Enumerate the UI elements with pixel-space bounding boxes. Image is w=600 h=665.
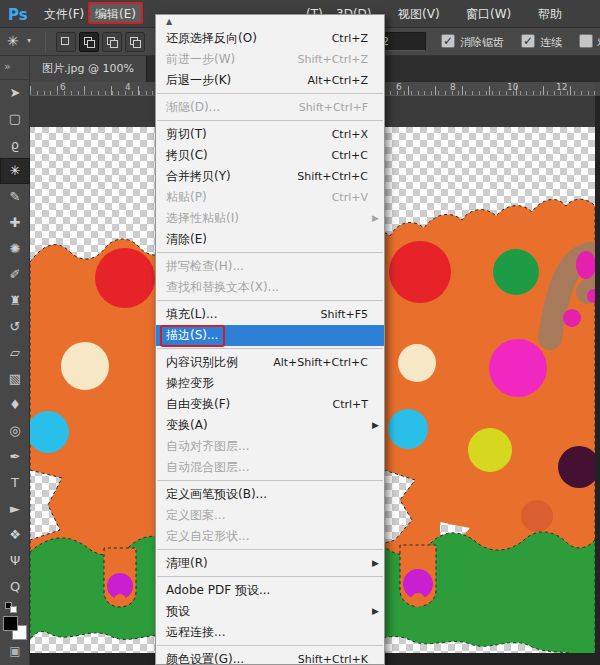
- menu-item-label: 自由变换(F): [166, 396, 230, 413]
- lasso-tool[interactable]: ϱ: [0, 132, 30, 158]
- menu-item-label: 颜色设置(G)...: [166, 651, 244, 665]
- collapse-panel-icon[interactable]: »: [0, 56, 29, 80]
- edit-menu-item[interactable]: 操控变形: [156, 373, 384, 394]
- menu-item-label: 拷贝(C): [166, 147, 208, 164]
- marquee-tool[interactable]: ▢: [0, 106, 30, 132]
- edit-menu-item[interactable]: Adobe PDF 预设...: [156, 580, 384, 601]
- healing-brush-tool[interactable]: ✚: [0, 210, 30, 236]
- edit-menu-item[interactable]: 定义图案...: [156, 505, 384, 526]
- edit-menu-item[interactable]: 远程连接...: [156, 622, 384, 643]
- submenu-arrow-icon: ▶: [372, 420, 379, 430]
- menu-item-label: 填充(L)...: [166, 306, 218, 323]
- add-to-selection-button[interactable]: [79, 32, 99, 52]
- menu-item-shortcut: Shift+F5: [320, 308, 368, 321]
- eraser-tool[interactable]: ▱: [0, 340, 30, 366]
- menu-item-shortcut: Shift+Ctrl+C: [297, 170, 368, 183]
- edit-menu-item[interactable]: 定义自定形状...: [156, 526, 384, 547]
- menubar-item-help[interactable]: 帮助: [538, 0, 562, 28]
- magic-wand-preset-icon[interactable]: ✳: [7, 33, 19, 49]
- history-brush-tool[interactable]: ↺: [0, 314, 30, 340]
- edit-menu-item[interactable]: 预设 ▶: [156, 601, 384, 622]
- menu-item-shortcut: Alt+Shift+Ctrl+C: [273, 356, 368, 369]
- menubar-item-window[interactable]: 窗口(W): [466, 0, 511, 28]
- menubar-item-edit[interactable]: 编辑(E): [88, 2, 143, 24]
- dodge-tool[interactable]: ◎: [0, 418, 30, 444]
- type-tool[interactable]: T: [0, 470, 30, 496]
- default-colors-icon[interactable]: [5, 602, 29, 614]
- menu-item-label: 渐隐(D)...: [166, 99, 220, 116]
- menu-item-shortcut: Ctrl+X: [332, 128, 368, 141]
- subtract-from-selection-button[interactable]: [102, 32, 122, 52]
- menu-item-label: Adobe PDF 预设...: [166, 582, 270, 599]
- menu-item-label: 定义图案...: [166, 507, 225, 524]
- edit-menu-panel: ▲ 还原选择反向(O) Ctrl+Z 前进一步(W) Shift+Ctrl+Z …: [155, 14, 385, 665]
- menu-item-label: 定义画笔预设(B)...: [166, 486, 267, 503]
- edit-menu-item[interactable]: 拷贝(C) Ctrl+C: [156, 145, 384, 166]
- edit-menu-item[interactable]: 内容识别比例 Alt+Shift+Ctrl+C: [156, 352, 384, 373]
- menu-item-shortcut: Shift+Ctrl+Z: [297, 53, 368, 66]
- foreground-color-swatch[interactable]: [3, 616, 18, 631]
- edit-menu-item[interactable]: 前进一步(W) Shift+Ctrl+Z: [156, 49, 384, 70]
- menu-item-label: 远程连接...: [166, 624, 225, 641]
- checkbox[interactable]: ✓: [441, 34, 455, 48]
- menu-item-label: 粘贴(P): [166, 189, 207, 206]
- edit-menu-item[interactable]: 渐隐(D)... Shift+Ctrl+F: [156, 97, 384, 118]
- eyedropper-tool[interactable]: ✎: [0, 184, 30, 210]
- edit-menu-item[interactable]: 还原选择反向(O) Ctrl+Z: [156, 28, 384, 49]
- menu-item-label: 清除(E): [166, 231, 207, 248]
- edit-menu-item[interactable]: 填充(L)... Shift+F5: [156, 304, 384, 325]
- magic-wand-tool[interactable]: ✳: [0, 158, 30, 184]
- menu-item-shortcut: Alt+Ctrl+Z: [308, 74, 368, 87]
- edit-menu-item[interactable]: 自动混合图层...: [156, 457, 384, 478]
- ruler-number: 10: [507, 82, 518, 92]
- edit-menu-item[interactable]: 定义画笔预设(B)...: [156, 484, 384, 505]
- edit-menu-item[interactable]: 自由变换(F) Ctrl+T: [156, 394, 384, 415]
- menu-item-label: 变换(A): [166, 417, 208, 434]
- menubar-item-view[interactable]: 视图(V): [398, 0, 440, 28]
- gradient-tool[interactable]: ▧: [0, 366, 30, 392]
- edit-menu-item[interactable]: 描边(S)...: [156, 325, 384, 346]
- checkbox[interactable]: [579, 34, 593, 48]
- hand-tool[interactable]: Ψ: [0, 548, 30, 574]
- document-tab[interactable]: 图片.jpg @ 100%: [30, 56, 147, 82]
- edit-menu-item[interactable]: 查找和替换文本(X)...: [156, 277, 384, 298]
- edit-menu-item[interactable]: 变换(A) ▶: [156, 415, 384, 436]
- clone-stamp-tool[interactable]: ♜: [0, 288, 30, 314]
- menu-item-label: 定义自定形状...: [166, 528, 249, 545]
- edit-menu-item[interactable]: 合并拷贝(Y) Shift+Ctrl+C: [156, 166, 384, 187]
- quick-mask-icon[interactable]: ▣: [0, 644, 30, 658]
- menu-item-label: 清理(R): [166, 555, 208, 572]
- edit-menu-item[interactable]: 自动对齐图层...: [156, 436, 384, 457]
- blur-tool[interactable]: ♦: [0, 392, 30, 418]
- menu-item-label: 前进一步(W): [166, 51, 235, 68]
- checkbox[interactable]: ✓: [521, 34, 535, 48]
- edit-menu-item[interactable]: 选择性粘贴(I) ▶: [156, 208, 384, 229]
- zoom-tool[interactable]: Q: [0, 574, 30, 600]
- menu-item-label: 自动混合图层...: [166, 459, 249, 476]
- menu-item-label: 还原选择反向(O): [166, 30, 257, 47]
- edit-menu-item[interactable]: 剪切(T) Ctrl+X: [156, 124, 384, 145]
- edit-menu-item[interactable]: 粘贴(P) Ctrl+V: [156, 187, 384, 208]
- menu-scroll-up-icon[interactable]: ▲: [156, 15, 384, 28]
- new-selection-button[interactable]: [56, 32, 76, 52]
- path-select-tool[interactable]: ►: [0, 496, 30, 522]
- edit-menu-item[interactable]: 清理(R) ▶: [156, 553, 384, 574]
- edit-menu-item[interactable]: 后退一步(K) Alt+Ctrl+Z: [156, 70, 384, 91]
- brush-tool[interactable]: ✐: [0, 262, 30, 288]
- menubar-item-file[interactable]: 文件(F): [44, 0, 84, 28]
- photoshop-window: Ps 文件(F)编辑(E)(T)3D(D)视图(V)窗口(W)帮助 ✳ ▾ 32…: [0, 0, 600, 665]
- tools-palette: » ➤▢ϱ✳✎✚✺✐♜↺▱▧♦◎✒T►❖ΨQ ▣: [0, 56, 30, 665]
- move-tool[interactable]: ➤: [0, 80, 30, 106]
- edit-menu-item[interactable]: 清除(E): [156, 229, 384, 250]
- shape-tool[interactable]: ❖: [0, 522, 30, 548]
- edit-menu-item[interactable]: 拼写检查(H)...: [156, 256, 384, 277]
- intersect-selection-button[interactable]: [125, 32, 145, 52]
- pen-tool[interactable]: ✒: [0, 444, 30, 470]
- menu-item-shortcut: Shift+Ctrl+F: [299, 101, 368, 114]
- menu-item-label: 内容识别比例: [166, 354, 238, 371]
- photoshop-logo: Ps: [8, 1, 28, 29]
- edit-menu-item[interactable]: 颜色设置(G)... Shift+Ctrl+K: [156, 649, 384, 665]
- menu-item-label: 拼写检查(H)...: [166, 258, 244, 275]
- spot-healing-tool[interactable]: ✺: [0, 236, 30, 262]
- tool-preset-caret-icon[interactable]: ▾: [27, 36, 31, 45]
